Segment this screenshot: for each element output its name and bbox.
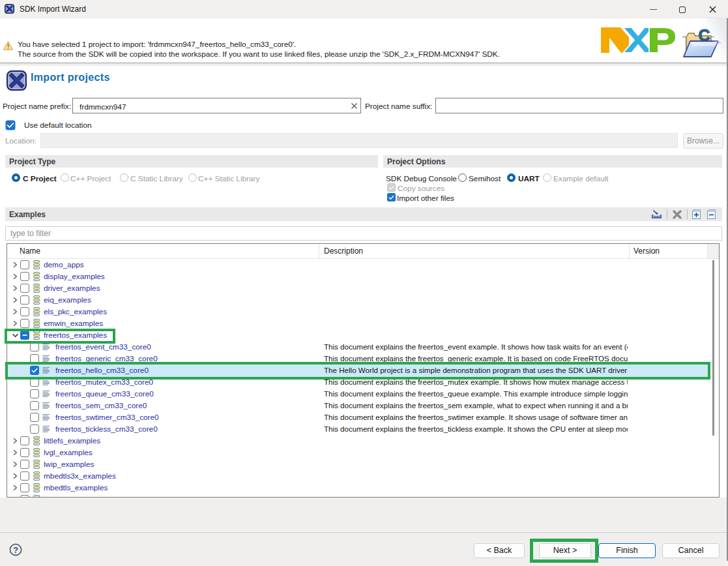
svg-text:?: ?: [13, 546, 18, 555]
